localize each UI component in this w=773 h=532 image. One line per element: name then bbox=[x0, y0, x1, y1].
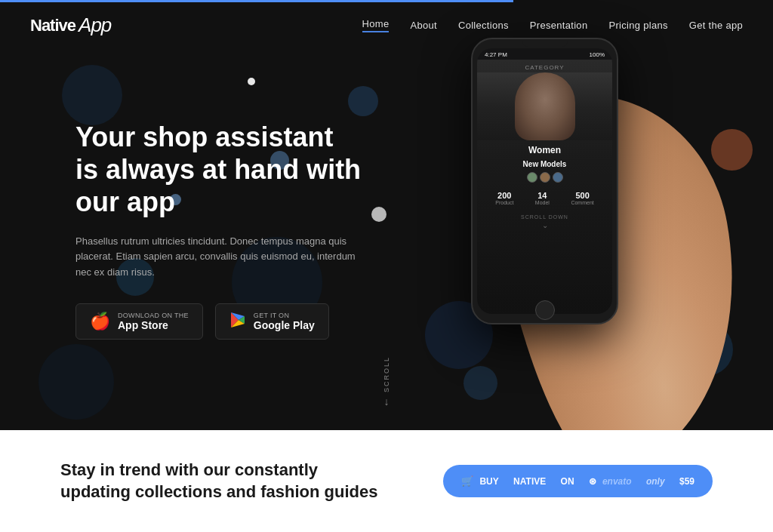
header: Native App Home About Collections Presen… bbox=[0, 0, 773, 51]
envato-brand-name: envato bbox=[602, 476, 632, 487]
phone-screen: 4:27 PM 100% Category Women New Models bbox=[477, 48, 612, 314]
hero-section: Native App Home About Collections Presen… bbox=[0, 0, 773, 430]
scroll-text: SCROLL bbox=[383, 356, 390, 392]
phone-stat-model: 14 Model bbox=[535, 191, 550, 205]
phone-stat-model-num: 14 bbox=[535, 191, 550, 200]
envato-logo-icon: ⊛ bbox=[589, 476, 596, 487]
nav-pricing[interactable]: Pricing plans bbox=[608, 20, 667, 31]
envato-cta-brand: NATIVE bbox=[513, 476, 546, 487]
bottom-text-line1: Stay in trend with our constantly bbox=[60, 460, 318, 479]
phone-stat-product: 200 Product bbox=[495, 191, 513, 205]
phone-category-label: Category bbox=[477, 60, 612, 72]
logo-native: Native bbox=[30, 16, 75, 35]
phone-avatar-3 bbox=[553, 172, 563, 183]
google-play-text: Get it on Google Play bbox=[254, 312, 315, 331]
envato-cta-pre: BUY bbox=[479, 476, 498, 487]
hero-title: Your shop assistant is always at hand wi… bbox=[75, 121, 393, 219]
phone-avatar-1 bbox=[527, 172, 537, 183]
logo[interactable]: Native App bbox=[30, 14, 111, 37]
google-play-label: Google Play bbox=[254, 319, 315, 331]
phone-scroll-down: SCROLL DOWN bbox=[477, 214, 612, 220]
envato-buy-button[interactable]: 🛒 BUY NATIVE ON ⊛ envato only $59 bbox=[443, 465, 713, 497]
phone-status-battery: 100% bbox=[590, 51, 605, 58]
envato-cta-on: ON bbox=[561, 476, 574, 487]
phone-new-models-label: New Models bbox=[477, 157, 612, 170]
scroll-indicator: SCROLL ↓ bbox=[383, 356, 390, 407]
phone-stat-model-label: Model bbox=[535, 200, 550, 205]
phone-stat-product-num: 200 bbox=[495, 191, 513, 200]
envato-price: $59 bbox=[679, 476, 694, 487]
nav-home[interactable]: Home bbox=[362, 18, 390, 32]
phone-stat-product-label: Product bbox=[495, 200, 513, 205]
store-buttons: 🍎 Download on the App Store bbox=[75, 303, 393, 340]
hero-content: Your shop assistant is always at hand wi… bbox=[0, 91, 393, 340]
google-play-button[interactable]: Get it on Google Play bbox=[215, 303, 329, 340]
nav-presentation[interactable]: Presentation bbox=[530, 20, 588, 31]
app-store-button[interactable]: 🍎 Download on the App Store bbox=[75, 303, 203, 340]
nav-get-app[interactable]: Get the app bbox=[689, 20, 743, 31]
phone-model-face bbox=[515, 72, 575, 140]
phone-device: 4:27 PM 100% Category Women New Models bbox=[471, 38, 618, 324]
phone-women-label: Women bbox=[477, 140, 612, 157]
nav-about[interactable]: About bbox=[410, 20, 436, 31]
google-play-pre-label: Get it on bbox=[254, 312, 315, 319]
phone-stat-comment: 500 Comment bbox=[571, 191, 593, 205]
app-store-pre-label: Download on the bbox=[118, 312, 189, 319]
phone-home-button[interactable] bbox=[535, 300, 555, 320]
cart-icon: 🛒 bbox=[461, 475, 473, 487]
hero-title-line1: Your shop assistant bbox=[75, 121, 333, 152]
logo-app: App bbox=[79, 14, 111, 37]
phone-down-arrow: ⌄ bbox=[477, 221, 612, 229]
app-store-text: Download on the App Store bbox=[118, 312, 189, 331]
bottom-section: Stay in trend with our constantly updati… bbox=[0, 430, 773, 532]
bottom-text-line2: updating collections and fashion guides bbox=[60, 482, 377, 501]
hero-description: Phasellus rutrum ultricies tincidunt. Do… bbox=[75, 234, 362, 281]
phone-stats: 200 Product 14 Model 500 Comment bbox=[477, 185, 612, 211]
phone-status-time: 4:27 PM bbox=[485, 51, 507, 58]
google-play-icon bbox=[229, 312, 246, 331]
envato-only-text: only bbox=[646, 476, 665, 487]
scroll-arrow-icon: ↓ bbox=[384, 395, 390, 407]
phone-avatars bbox=[477, 170, 612, 185]
app-store-label: App Store bbox=[118, 319, 189, 331]
phone-screen-content: Category Women New Models 200 Pr bbox=[477, 60, 612, 314]
phone-mockup: 4:27 PM 100% Category Women New Models bbox=[456, 15, 713, 430]
hero-title-line2: is always at hand with our app bbox=[75, 154, 361, 217]
nav-collections[interactable]: Collections bbox=[458, 20, 509, 31]
phone-stat-comment-num: 500 bbox=[571, 191, 593, 200]
phone-model-image bbox=[477, 72, 612, 140]
phone-avatar-2 bbox=[540, 172, 550, 183]
phone-stat-comment-label: Comment bbox=[571, 200, 593, 205]
bottom-text: Stay in trend with our constantly updati… bbox=[60, 460, 377, 503]
main-nav: Home About Collections Presentation Pric… bbox=[362, 18, 743, 32]
apple-icon: 🍎 bbox=[90, 313, 110, 330]
